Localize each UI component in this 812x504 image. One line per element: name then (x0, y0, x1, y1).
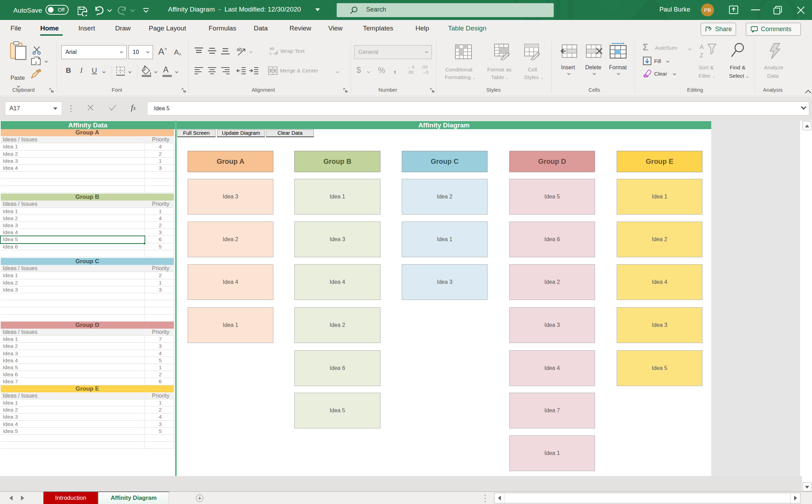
svg-text:A: A (700, 44, 704, 50)
svg-text:c: c (270, 51, 272, 56)
svg-text:ab: ab (270, 46, 274, 51)
svg-text:ab: ab (237, 47, 242, 52)
svg-text:Z: Z (700, 52, 703, 59)
